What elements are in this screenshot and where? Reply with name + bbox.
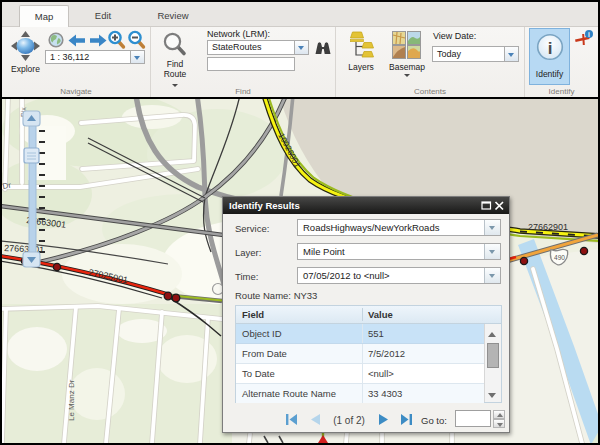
table-scrollbar[interactable] <box>484 324 501 402</box>
group-find: Find Route Network (LRM): StateRoutes Fi… <box>151 27 336 97</box>
scroll-down-icon[interactable] <box>488 393 496 398</box>
zoom-in-icon <box>107 30 126 50</box>
layers-icon <box>347 31 375 60</box>
zoom-out-button[interactable] <box>127 30 146 50</box>
cell-value: <null> <box>368 368 394 379</box>
service-combobox[interactable]: RoadsHighways/NewYorkRoads <box>297 219 501 236</box>
service-label: Service: <box>235 223 269 234</box>
table-row-alternate-route-name[interactable]: Alternate Route Name 33 4303 <box>236 384 484 403</box>
layers-label: Layers <box>336 62 386 72</box>
app-window: Map Edit Review <box>0 0 600 445</box>
find-route-label: Find Route <box>160 60 190 79</box>
layer-combobox[interactable]: Mile Point <box>297 243 501 260</box>
zoom-slider-track[interactable] <box>29 119 36 259</box>
network-value: StateRoutes <box>208 41 294 54</box>
map-scale-dropdown-button[interactable] <box>130 51 144 63</box>
spinner-up-button[interactable] <box>493 410 505 419</box>
service-value: RoadsHighways/NewYorkRoads <box>298 220 484 235</box>
network-combobox[interactable]: StateRoutes <box>207 40 309 55</box>
dialog-close-button[interactable] <box>494 200 505 211</box>
previous-page-button[interactable] <box>309 413 321 426</box>
explore-button[interactable] <box>7 31 44 62</box>
route-name-value: NY33 <box>294 290 318 301</box>
explore-icon <box>7 31 44 62</box>
cell-field: From Date <box>242 348 287 359</box>
layer-dropdown-button[interactable] <box>484 244 500 259</box>
map-scale-combobox[interactable]: 1 : 36,112 <box>45 50 145 64</box>
tab-edit[interactable]: Edit <box>77 5 129 27</box>
basemap-label: Basemap <box>382 62 432 72</box>
column-header-field: Field <box>242 309 264 320</box>
group-find-label: Find <box>151 87 335 96</box>
svg-text:i: i <box>588 31 590 38</box>
tab-map[interactable]: Map <box>19 5 69 27</box>
binoculars-icon <box>314 41 332 55</box>
dialog-titlebar[interactable]: Identify Results <box>223 197 509 214</box>
cell-value: 7/5/2012 <box>368 348 405 359</box>
view-date-label: View Date: <box>433 31 476 41</box>
group-identify-label: Identify <box>525 87 598 96</box>
full-extent-button[interactable] <box>48 32 64 48</box>
identify-button[interactable]: i Identify <box>529 28 570 85</box>
arrow-right-icon <box>89 34 107 47</box>
explore-label: Explore <box>2 64 49 74</box>
layer-label: Layer: <box>235 247 261 258</box>
layers-button[interactable] <box>347 31 375 60</box>
scroll-up-icon[interactable] <box>488 332 496 337</box>
basemap-button[interactable] <box>392 31 422 60</box>
identify-button-label: Identify <box>530 69 569 79</box>
time-combobox[interactable]: 07/05/2012 to <null> <box>297 267 501 284</box>
network-dropdown-button[interactable] <box>294 41 308 54</box>
column-header-value: Value <box>368 309 393 320</box>
identify-icon: i <box>536 33 564 61</box>
tab-review-label: Review <box>157 10 188 21</box>
identify-route-location-button[interactable]: i <box>574 29 594 49</box>
service-dropdown-button[interactable] <box>484 220 500 235</box>
scroll-thumb[interactable] <box>487 343 499 368</box>
time-value: 07/05/2012 to <null> <box>298 268 484 283</box>
ribbon-tabstrip: Map Edit Review <box>2 2 598 27</box>
next-extent-button[interactable] <box>89 33 107 46</box>
group-identify: i Identify i Identify <box>525 27 598 97</box>
zoom-in-button[interactable] <box>107 30 126 50</box>
view-date-dropdown-button[interactable] <box>504 47 518 61</box>
network-lrm-label: Network (LRM): <box>207 29 270 39</box>
arrow-left-icon <box>68 34 86 47</box>
page-indicator: (1 of 2) <box>329 415 369 426</box>
view-date-value: Today <box>433 47 504 61</box>
street-label-lemanz-dr: Le Manz Dr <box>67 379 76 421</box>
table-row-object-id[interactable]: Object ID 551 <box>236 324 484 344</box>
route-input[interactable] <box>207 57 295 71</box>
spinner-down-button[interactable] <box>493 419 505 428</box>
identify-results-dialog: Identify Results Service: RoadsHighways/… <box>222 196 510 433</box>
dialog-title: Identify Results <box>229 200 300 211</box>
layer-value: Mile Point <box>298 244 484 259</box>
group-navigate-label: Navigate <box>2 87 150 96</box>
goto-page-input[interactable] <box>455 410 491 427</box>
group-contents-label: Contents <box>336 87 524 96</box>
previous-extent-button[interactable] <box>68 33 86 46</box>
identify-route-location-icon: i <box>574 29 594 49</box>
results-table: Field Value Object ID 551 From Date 7/5/… <box>235 305 502 403</box>
cell-value: 33 4303 <box>368 388 402 399</box>
time-dropdown-button[interactable] <box>484 268 500 283</box>
time-label: Time: <box>235 271 258 282</box>
ribbon-toolbar: Explore <box>2 27 598 97</box>
zoom-out-icon <box>127 30 146 50</box>
next-page-button[interactable] <box>378 413 390 426</box>
goto-spinner <box>493 410 505 428</box>
route-name-row: Route Name: NY33 <box>235 290 317 301</box>
table-row-to-date[interactable]: To Date <null> <box>236 364 484 384</box>
dialog-maximize-button[interactable] <box>481 200 492 211</box>
find-route-button[interactable] <box>162 32 188 58</box>
last-page-button[interactable] <box>400 413 413 426</box>
tab-edit-label: Edit <box>95 10 111 21</box>
search-routes-button[interactable] <box>314 41 332 55</box>
shield-490-label: 490 <box>554 254 565 261</box>
results-table-header: Field Value <box>236 306 501 324</box>
view-date-combobox[interactable]: Today <box>432 46 519 62</box>
basemap-dropdown-icon[interactable] <box>404 74 410 80</box>
table-row-from-date[interactable]: From Date 7/5/2012 <box>236 344 484 364</box>
tab-review[interactable]: Review <box>142 5 204 27</box>
first-page-button[interactable] <box>285 413 298 426</box>
